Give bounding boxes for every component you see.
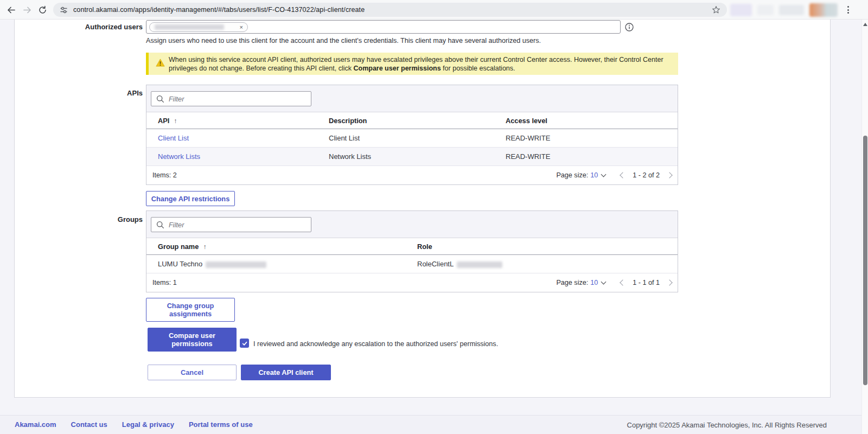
next-page-icon[interactable] <box>666 172 672 178</box>
groups-filter-field[interactable] <box>151 217 311 232</box>
warning-banner: When using this service account API clie… <box>146 53 678 75</box>
page-size-label: Page size: <box>556 171 588 179</box>
groups-table-header: Group name↑ Role <box>146 238 678 255</box>
apis-col-api[interactable]: API↑ <box>158 117 329 125</box>
copyright-text: Copyright ©2025 Akamai Technologies, Inc… <box>627 421 827 429</box>
extension-icon-blurred[interactable] <box>730 4 752 16</box>
groups-table-footer: Items: 1 Page size: 10 1 - 1 of 1 <box>146 273 678 292</box>
forward-button[interactable] <box>22 4 33 15</box>
api-access-level: READ-WRITE <box>506 152 678 161</box>
scrollbar-thumb[interactable] <box>863 136 867 385</box>
groups-filter-zone <box>146 211 678 238</box>
scrollbar-up-arrow[interactable] <box>863 23 867 26</box>
group-name-cell: LUMU Techno <box>158 260 417 268</box>
bookmark-star-icon[interactable] <box>712 5 720 14</box>
change-api-restrictions-button[interactable]: Change API restrictions <box>146 191 235 206</box>
authorized-user-chip[interactable]: × <box>149 22 248 32</box>
sort-ascending-icon: ↑ <box>174 117 177 125</box>
acknowledge-checkbox[interactable] <box>240 339 249 348</box>
browser-toolbar: control.akamai.com/apps/identity-managem… <box>0 0 868 20</box>
url-bar[interactable]: control.akamai.com/apps/identity-managem… <box>53 3 727 17</box>
groups-col-name[interactable]: Group name↑ <box>158 242 417 251</box>
table-row: Network Lists Network Lists READ-WRITE <box>146 148 678 166</box>
apis-table-header: API↑ Description Access level <box>146 112 678 129</box>
footer-links: Akamai.com Contact us Legal & privacy Po… <box>15 420 253 429</box>
apis-section-label: APIs <box>15 89 143 97</box>
change-group-assignments-button[interactable]: Change group assignments <box>146 298 235 322</box>
page-size-value[interactable]: 10 <box>590 279 598 286</box>
search-icon <box>156 95 164 103</box>
apis-table-footer: Items: 2 Page size: 10 1 - 2 of 2 <box>146 166 678 184</box>
back-button[interactable] <box>5 4 16 15</box>
authorized-users-help: Assign users who need to use this client… <box>146 37 541 44</box>
extension-icon-blurred[interactable] <box>779 5 804 15</box>
page-range: 1 - 2 of 2 <box>633 171 660 179</box>
extension-icon-blurred[interactable] <box>757 5 774 15</box>
previous-page-icon[interactable] <box>620 172 626 178</box>
warning-text-after: for possible escalations. <box>441 65 515 72</box>
next-page-icon[interactable] <box>666 279 672 285</box>
groups-table: Group name↑ Role LUMU Techno RoleClientL… <box>146 210 678 292</box>
apis-col-description[interactable]: Description <box>329 117 506 125</box>
groups-section-label: Groups <box>15 215 143 224</box>
api-description: Network Lists <box>329 152 506 161</box>
authorized-users-label: Authorized users <box>15 23 143 31</box>
browser-window: control.akamai.com/apps/identity-managem… <box>0 0 868 434</box>
apis-filter-input[interactable] <box>169 95 307 103</box>
authorized-users-input[interactable]: × <box>146 20 621 34</box>
cancel-button[interactable]: Cancel <box>148 365 237 380</box>
api-link[interactable]: Client List <box>158 134 329 142</box>
page-size-label: Page size: <box>556 279 588 286</box>
apis-filter-field[interactable] <box>151 91 311 106</box>
items-count: Items: 2 <box>152 171 177 179</box>
info-icon[interactable] <box>625 23 634 31</box>
redacted-role-name <box>457 261 502 268</box>
site-settings-icon[interactable] <box>60 6 68 14</box>
reload-button[interactable] <box>37 4 48 15</box>
chevron-down-icon[interactable] <box>601 172 607 177</box>
groups-filter-input[interactable] <box>169 221 307 229</box>
api-access-level: READ-WRITE <box>506 134 678 142</box>
items-count: Items: 1 <box>152 279 177 286</box>
acknowledge-label: I reviewed and acknowledge any escalatio… <box>253 340 498 348</box>
api-link[interactable]: Network Lists <box>158 152 329 161</box>
apis-col-access[interactable]: Access level <box>506 117 678 125</box>
footer-link-terms[interactable]: Portal terms of use <box>189 420 253 429</box>
check-icon <box>241 340 248 347</box>
search-icon <box>156 221 164 229</box>
page-footer: Akamai.com Contact us Legal & privacy Po… <box>0 415 861 434</box>
chip-remove-icon[interactable]: × <box>240 24 243 30</box>
table-row: Client List Client List READ-WRITE <box>146 129 678 148</box>
create-api-client-button[interactable]: Create API client <box>241 365 331 380</box>
redacted-user-name <box>155 24 224 30</box>
url-text: control.akamai.com/apps/identity-managem… <box>73 6 712 14</box>
groups-col-role[interactable]: Role <box>417 242 678 251</box>
sort-ascending-icon: ↑ <box>203 243 206 251</box>
content-panel: Authorized users × Assign users who need… <box>14 20 831 398</box>
footer-link-legal[interactable]: Legal & privacy <box>122 420 174 429</box>
redacted-group-name <box>206 261 266 268</box>
page-size-value[interactable]: 10 <box>590 171 598 179</box>
warning-text-bold: Compare user permissions <box>353 65 441 72</box>
group-role-cell: RoleClientL <box>417 260 678 268</box>
footer-link-akamai[interactable]: Akamai.com <box>15 420 56 429</box>
browser-menu-icon[interactable] <box>843 4 853 15</box>
warning-text: When using this service account API clie… <box>169 56 674 73</box>
compare-user-permissions-button[interactable]: Compare user permissions <box>148 328 237 352</box>
page-range: 1 - 1 of 1 <box>633 279 660 286</box>
profile-avatar-blurred[interactable] <box>809 3 838 17</box>
footer-link-contact[interactable]: Contact us <box>71 420 107 429</box>
table-row: LUMU Techno RoleClientL <box>146 255 678 273</box>
vertical-scrollbar[interactable] <box>861 20 868 434</box>
warning-icon <box>156 59 165 69</box>
chevron-down-icon[interactable] <box>601 279 607 285</box>
api-description: Client List <box>329 134 506 142</box>
apis-table: API↑ Description Access level Client Lis… <box>146 85 678 185</box>
apis-filter-zone <box>146 85 678 112</box>
previous-page-icon[interactable] <box>620 279 626 285</box>
